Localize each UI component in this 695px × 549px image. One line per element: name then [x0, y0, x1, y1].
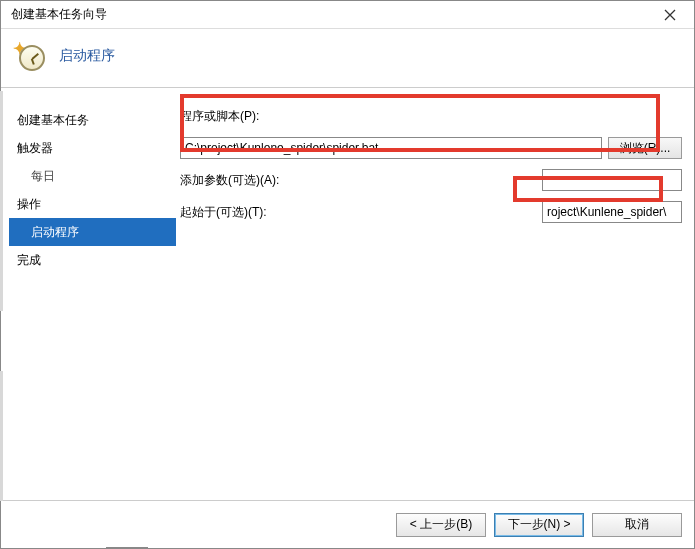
script-label: 程序或脚本(P): [180, 108, 280, 125]
script-input-row: 浏览(R)... [180, 136, 682, 160]
sidebar-item-finish[interactable]: 完成 [9, 246, 176, 274]
startin-row: 起始于(可选)(T): [180, 200, 682, 224]
startin-label: 起始于(可选)(T): [180, 204, 280, 221]
args-label: 添加参数(可选)(A): [180, 172, 280, 189]
wizard-sidebar: 创建基本任务 触发器 每日 操作 启动程序 完成 [1, 88, 176, 500]
close-button[interactable] [650, 2, 690, 28]
script-path-input[interactable] [180, 137, 602, 159]
next-button[interactable]: 下一步(N) > [494, 513, 584, 537]
wizard-body: 创建基本任务 触发器 每日 操作 启动程序 完成 程序或脚本(P): 浏览(R)… [1, 88, 694, 500]
sidebar-item-daily[interactable]: 每日 [9, 162, 176, 190]
startin-input[interactable] [542, 201, 682, 223]
decorative-bar [0, 91, 3, 311]
browse-button[interactable]: 浏览(R)... [608, 137, 682, 159]
wizard-window: 创建基本任务向导 ✦ 启动程序 创建基本任务 触发器 每日 操作 启动程序 完成… [0, 0, 695, 549]
back-button[interactable]: < 上一步(B) [396, 513, 486, 537]
script-label-row: 程序或脚本(P): [180, 104, 682, 128]
window-title: 创建基本任务向导 [11, 6, 107, 23]
sidebar-item-create-task[interactable]: 创建基本任务 [9, 106, 176, 134]
titlebar: 创建基本任务向导 [1, 1, 694, 29]
wizard-footer: < 上一步(B) 下一步(N) > 取消 [1, 500, 694, 548]
sidebar-item-trigger[interactable]: 触发器 [9, 134, 176, 162]
clock-icon: ✦ [15, 41, 45, 71]
args-row: 添加参数(可选)(A): [180, 168, 682, 192]
wizard-content: 程序或脚本(P): 浏览(R)... 添加参数(可选)(A): 起始于(可选)(… [176, 88, 694, 500]
sidebar-item-action[interactable]: 操作 [9, 190, 176, 218]
args-input[interactable] [542, 169, 682, 191]
page-title: 启动程序 [59, 47, 115, 65]
decorative-bar [0, 371, 3, 501]
cancel-button[interactable]: 取消 [592, 513, 682, 537]
sidebar-item-start-program[interactable]: 启动程序 [9, 218, 176, 246]
wizard-header: ✦ 启动程序 [1, 29, 694, 88]
